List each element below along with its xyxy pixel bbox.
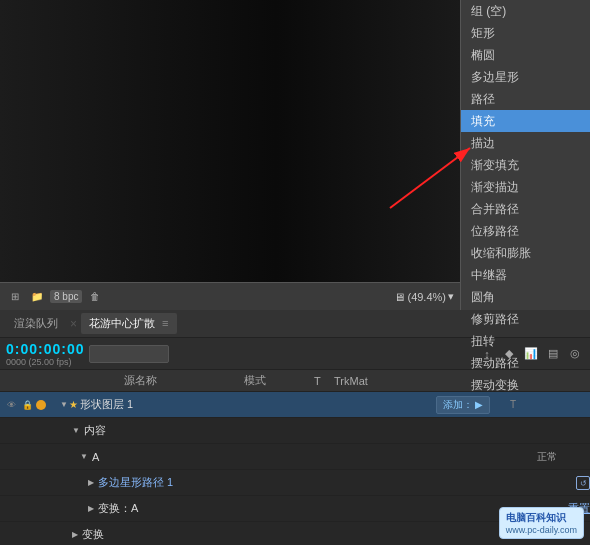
polygon-expand[interactable]: ▶ [88,478,94,487]
col-source-name: 源名称 [64,373,244,388]
transform-main-expand[interactable]: ▶ [72,530,78,539]
layer-1-expand-area: ▼ ★ [60,399,80,410]
timecode-display: 0:00:00:00 0000 (25.00 fps) [6,341,85,367]
menu-item-5[interactable]: 填充 [461,110,590,132]
layer-1-visibility[interactable]: 👁 [4,398,18,412]
add-button[interactable]: 添加： ▶ [436,396,490,414]
transform-main-text: 变换 [82,528,104,540]
sublayer-content: ▼ 内容 [0,418,590,444]
col-t: T [314,375,334,387]
preview-left: ⊞ 📁 8 bpc 🗑 🖥 (49.4%) ▾ [0,0,460,310]
a-mode-text: 正常 [537,451,557,462]
polygon-label-text: 多边星形路径 1 [98,476,173,488]
col-mode: 模式 [244,373,314,388]
layer-1-star: ★ [69,399,78,410]
timecode-sub: 0000 (25.00 fps) [6,357,85,367]
layer-1-name-text: 形状图层 1 [80,398,133,410]
menu-item-2[interactable]: 椭圆 [461,44,590,66]
sublayer-a: ▼ A 正常 [0,444,590,470]
tab-divider: × [70,317,77,331]
bpc-badge: 8 bpc [50,290,82,303]
content-expand[interactable]: ▼ [72,426,80,435]
menu-item-8[interactable]: 渐变描边 [461,176,590,198]
layer-1-expand[interactable]: ▼ [60,400,68,409]
layer-1-lock[interactable]: 🔒 [20,398,34,412]
preview-black [0,0,460,310]
menu-item-9[interactable]: 合并路径 [461,198,590,220]
main-container: ⊞ 📁 8 bpc 🗑 🖥 (49.4%) ▾ 组 (空)矩形椭圆多边星形路径填… [0,0,590,545]
active-tab-label: 花游中心扩散 [89,317,155,329]
right-panel: 组 (空)矩形椭圆多边星形路径填充描边渐变填充渐变描边合并路径位移路径收缩和膨胀… [460,0,590,310]
active-tab-icon: ≡ [162,317,168,329]
transform-label-text: 变换：A [98,502,138,514]
menu-item-3[interactable]: 多边星形 [461,66,590,88]
folder-icon[interactable]: 📁 [28,288,46,306]
a-expand[interactable]: ▼ [80,452,88,461]
a-label: A [92,451,535,463]
monitor-icon: 🖥 [394,291,405,303]
col-trkmat: TrkMat [334,375,394,387]
menu-item-12[interactable]: 中继器 [461,264,590,286]
zoom-display: 🖥 (49.4%) ▾ [394,290,454,303]
preview-area: ⊞ 📁 8 bpc 🗑 🖥 (49.4%) ▾ 组 (空)矩形椭圆多边星形路径填… [0,0,590,310]
preview-toolbar: ⊞ 📁 8 bpc 🗑 🖥 (49.4%) ▾ [0,282,460,310]
a-label-text: A [92,451,99,463]
add-btn-icon: ▶ [475,399,483,410]
search-input[interactable] [89,345,169,363]
menu-item-16[interactable]: 摆动路径 [461,352,590,374]
menu-item-13[interactable]: 圆角 [461,286,590,308]
transform-label: 变换：A [98,501,558,516]
grid-icon[interactable]: ⊞ [6,288,24,306]
menu-item-7[interactable]: 渐变填充 [461,154,590,176]
timecode-main: 0:00:00:00 [6,341,85,357]
menu-item-6[interactable]: 描边 [461,132,590,154]
layer-1-name: 形状图层 1 [80,397,455,412]
tab-active[interactable]: 花游中心扩散 ≡ [81,313,176,334]
layer-1-color[interactable] [36,400,46,410]
transform-expand[interactable]: ▶ [88,504,94,513]
layer-1-t: T [510,399,530,410]
add-btn-label: 添加： [443,398,473,412]
layer-row-shape: 👁 🔒 ▼ ★ 形状图层 1 正常 添加： ▶ T [0,392,590,418]
tab-render-queue[interactable]: 渲染队列 [6,313,66,334]
zoom-value: (49.4%) [407,291,446,303]
watermark: 电脑百科知识 www.pc-daily.com [499,507,584,539]
content-label: 内容 [84,423,590,438]
zoom-arrow: ▾ [448,290,454,303]
trash-icon[interactable]: 🗑 [86,288,104,306]
menu-item-4[interactable]: 路径 [461,88,590,110]
menu-item-15[interactable]: 扭转 [461,330,590,352]
watermark-site: www.pc-daily.com [506,525,577,535]
dropdown-menu: 组 (空)矩形椭圆多边星形路径填充描边渐变填充渐变描边合并路径位移路径收缩和膨胀… [461,0,590,418]
menu-item-10[interactable]: 位移路径 [461,220,590,242]
a-mode: 正常 [535,450,590,464]
cycle-icon[interactable]: ↺ [576,476,590,490]
content-label-text: 内容 [84,424,106,436]
menu-item-1[interactable]: 矩形 [461,22,590,44]
layer-1-controls: 👁 🔒 [0,398,60,412]
menu-item-14[interactable]: 修剪路径 [461,308,590,330]
sublayer-polygon: ▶ 多边星形路径 1 ↺ [0,470,590,496]
menu-item-0[interactable]: 组 (空) [461,0,590,22]
menu-item-11[interactable]: 收缩和膨胀 [461,242,590,264]
watermark-title: 电脑百科知识 [506,511,577,525]
polygon-label: 多边星形路径 1 [98,475,576,490]
